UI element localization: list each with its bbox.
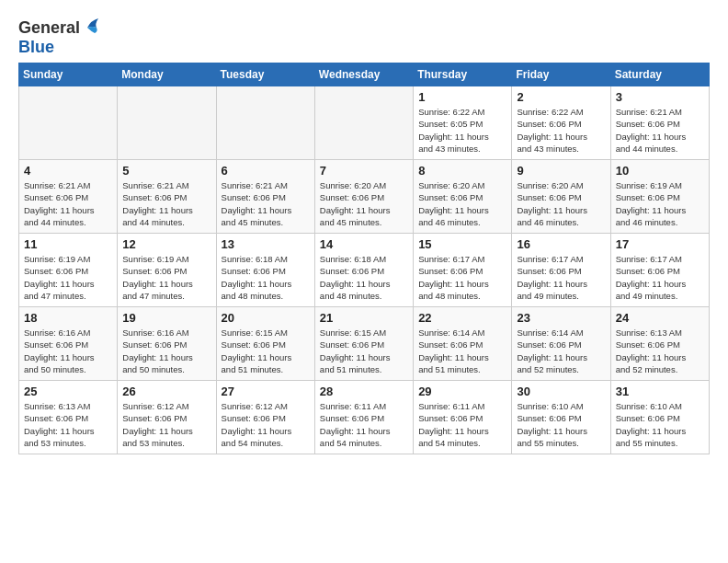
calendar-day-10: 10Sunrise: 6:19 AM Sunset: 6:06 PM Dayli… [610, 160, 709, 234]
day-info: Sunrise: 6:18 AM Sunset: 6:06 PM Dayligh… [320, 253, 408, 302]
day-info: Sunrise: 6:12 AM Sunset: 6:06 PM Dayligh… [222, 400, 310, 449]
calendar-day-16: 16Sunrise: 6:17 AM Sunset: 6:06 PM Dayli… [512, 234, 610, 307]
calendar-day-14: 14Sunrise: 6:18 AM Sunset: 6:06 PM Dayli… [314, 234, 413, 307]
calendar-empty-cell [118, 86, 216, 160]
page: General Blue SundayMondayTuesdayWednesda… [0, 0, 728, 563]
day-info: Sunrise: 6:10 AM Sunset: 6:06 PM Dayligh… [517, 400, 605, 449]
day-info: Sunrise: 6:17 AM Sunset: 6:06 PM Dayligh… [418, 253, 506, 302]
calendar-day-21: 21Sunrise: 6:15 AM Sunset: 6:06 PM Dayli… [314, 307, 413, 381]
day-number: 17 [616, 237, 704, 251]
logo-blue: Blue [18, 38, 54, 57]
day-info: Sunrise: 6:13 AM Sunset: 6:06 PM Dayligh… [24, 400, 112, 449]
weekday-header-sunday: Sunday [19, 63, 118, 86]
day-number: 14 [320, 237, 408, 251]
day-number: 2 [517, 90, 605, 104]
calendar-week-row-3: 11Sunrise: 6:19 AM Sunset: 6:06 PM Dayli… [19, 234, 710, 307]
day-number: 10 [616, 164, 704, 178]
day-info: Sunrise: 6:13 AM Sunset: 6:06 PM Dayligh… [616, 327, 704, 375]
calendar-week-row-2: 4Sunrise: 6:21 AM Sunset: 6:06 PM Daylig… [19, 160, 710, 234]
day-number: 8 [418, 164, 506, 178]
calendar-day-28: 28Sunrise: 6:11 AM Sunset: 6:06 PM Dayli… [314, 381, 413, 454]
calendar-day-3: 3Sunrise: 6:21 AM Sunset: 6:06 PM Daylig… [610, 86, 709, 160]
day-info: Sunrise: 6:20 AM Sunset: 6:06 PM Dayligh… [517, 179, 605, 228]
day-number: 21 [320, 311, 408, 325]
day-info: Sunrise: 6:17 AM Sunset: 6:06 PM Dayligh… [616, 253, 704, 302]
day-number: 12 [122, 237, 210, 251]
day-info: Sunrise: 6:21 AM Sunset: 6:06 PM Dayligh… [122, 179, 210, 228]
calendar-day-27: 27Sunrise: 6:12 AM Sunset: 6:06 PM Dayli… [216, 381, 314, 454]
weekday-header-friday: Friday [512, 63, 610, 86]
day-number: 24 [616, 311, 704, 325]
day-info: Sunrise: 6:21 AM Sunset: 6:06 PM Dayligh… [24, 179, 112, 228]
day-info: Sunrise: 6:14 AM Sunset: 6:06 PM Dayligh… [418, 327, 506, 375]
calendar-day-31: 31Sunrise: 6:10 AM Sunset: 6:06 PM Dayli… [610, 381, 709, 454]
weekday-header-monday: Monday [118, 63, 216, 86]
day-number: 7 [320, 164, 408, 178]
day-number: 20 [222, 311, 310, 325]
day-info: Sunrise: 6:11 AM Sunset: 6:06 PM Dayligh… [320, 400, 408, 449]
calendar-week-row-1: 1Sunrise: 6:22 AM Sunset: 6:05 PM Daylig… [19, 86, 710, 160]
day-number: 9 [517, 164, 605, 178]
calendar-day-6: 6Sunrise: 6:21 AM Sunset: 6:06 PM Daylig… [216, 160, 314, 234]
day-info: Sunrise: 6:14 AM Sunset: 6:06 PM Dayligh… [517, 327, 605, 375]
day-info: Sunrise: 6:20 AM Sunset: 6:06 PM Dayligh… [320, 179, 408, 228]
day-info: Sunrise: 6:22 AM Sunset: 6:06 PM Dayligh… [517, 106, 605, 155]
day-number: 1 [418, 90, 506, 104]
day-number: 22 [418, 311, 506, 325]
calendar-day-30: 30Sunrise: 6:10 AM Sunset: 6:06 PM Dayli… [512, 381, 610, 454]
day-info: Sunrise: 6:15 AM Sunset: 6:06 PM Dayligh… [222, 327, 310, 375]
day-info: Sunrise: 6:21 AM Sunset: 6:06 PM Dayligh… [616, 106, 704, 155]
day-number: 26 [122, 385, 210, 398]
calendar-day-15: 15Sunrise: 6:17 AM Sunset: 6:06 PM Dayli… [414, 234, 512, 307]
day-number: 11 [24, 237, 112, 251]
calendar-week-row-5: 25Sunrise: 6:13 AM Sunset: 6:06 PM Dayli… [19, 381, 710, 454]
calendar-day-2: 2Sunrise: 6:22 AM Sunset: 6:06 PM Daylig… [512, 86, 610, 160]
day-info: Sunrise: 6:19 AM Sunset: 6:06 PM Dayligh… [122, 253, 210, 302]
day-info: Sunrise: 6:19 AM Sunset: 6:06 PM Dayligh… [616, 179, 704, 228]
calendar-day-24: 24Sunrise: 6:13 AM Sunset: 6:06 PM Dayli… [610, 307, 709, 381]
day-info: Sunrise: 6:20 AM Sunset: 6:06 PM Dayligh… [418, 179, 506, 228]
weekday-header-row: SundayMondayTuesdayWednesdayThursdayFrid… [19, 63, 710, 86]
calendar-day-26: 26Sunrise: 6:12 AM Sunset: 6:06 PM Dayli… [118, 381, 216, 454]
day-info: Sunrise: 6:11 AM Sunset: 6:06 PM Dayligh… [418, 400, 506, 449]
day-info: Sunrise: 6:17 AM Sunset: 6:06 PM Dayligh… [517, 253, 605, 302]
calendar-day-20: 20Sunrise: 6:15 AM Sunset: 6:06 PM Dayli… [216, 307, 314, 381]
day-number: 19 [122, 311, 210, 325]
day-number: 3 [616, 90, 704, 104]
day-number: 13 [222, 237, 310, 251]
day-number: 29 [418, 385, 506, 398]
day-info: Sunrise: 6:16 AM Sunset: 6:06 PM Dayligh… [122, 327, 210, 375]
calendar-day-8: 8Sunrise: 6:20 AM Sunset: 6:06 PM Daylig… [414, 160, 512, 234]
day-info: Sunrise: 6:10 AM Sunset: 6:06 PM Dayligh… [616, 400, 704, 449]
day-number: 30 [517, 385, 605, 398]
calendar-day-18: 18Sunrise: 6:16 AM Sunset: 6:06 PM Dayli… [19, 307, 118, 381]
day-number: 23 [517, 311, 605, 325]
calendar-day-12: 12Sunrise: 6:19 AM Sunset: 6:06 PM Dayli… [118, 234, 216, 307]
header: General Blue [18, 15, 710, 57]
day-info: Sunrise: 6:18 AM Sunset: 6:06 PM Dayligh… [222, 253, 310, 302]
day-info: Sunrise: 6:15 AM Sunset: 6:06 PM Dayligh… [320, 327, 408, 375]
day-number: 5 [122, 164, 210, 178]
calendar-week-row-4: 18Sunrise: 6:16 AM Sunset: 6:06 PM Dayli… [19, 307, 710, 381]
calendar-empty-cell [19, 86, 118, 160]
calendar-day-7: 7Sunrise: 6:20 AM Sunset: 6:06 PM Daylig… [314, 160, 413, 234]
calendar-day-1: 1Sunrise: 6:22 AM Sunset: 6:05 PM Daylig… [414, 86, 512, 160]
day-info: Sunrise: 6:22 AM Sunset: 6:05 PM Dayligh… [418, 106, 506, 155]
day-number: 4 [24, 164, 112, 178]
day-info: Sunrise: 6:12 AM Sunset: 6:06 PM Dayligh… [122, 400, 210, 449]
calendar-day-29: 29Sunrise: 6:11 AM Sunset: 6:06 PM Dayli… [414, 381, 512, 454]
weekday-header-thursday: Thursday [414, 63, 512, 86]
day-number: 28 [320, 385, 408, 398]
logo: General Blue [18, 18, 102, 57]
day-number: 16 [517, 237, 605, 251]
calendar-day-25: 25Sunrise: 6:13 AM Sunset: 6:06 PM Dayli… [19, 381, 118, 454]
calendar-day-13: 13Sunrise: 6:18 AM Sunset: 6:06 PM Dayli… [216, 234, 314, 307]
day-number: 15 [418, 237, 506, 251]
weekday-header-tuesday: Tuesday [216, 63, 314, 86]
logo-bird-icon [82, 18, 102, 37]
day-number: 27 [222, 385, 310, 398]
calendar-empty-cell [216, 86, 314, 160]
weekday-header-saturday: Saturday [610, 63, 709, 86]
calendar-day-4: 4Sunrise: 6:21 AM Sunset: 6:06 PM Daylig… [19, 160, 118, 234]
calendar-day-17: 17Sunrise: 6:17 AM Sunset: 6:06 PM Dayli… [610, 234, 709, 307]
